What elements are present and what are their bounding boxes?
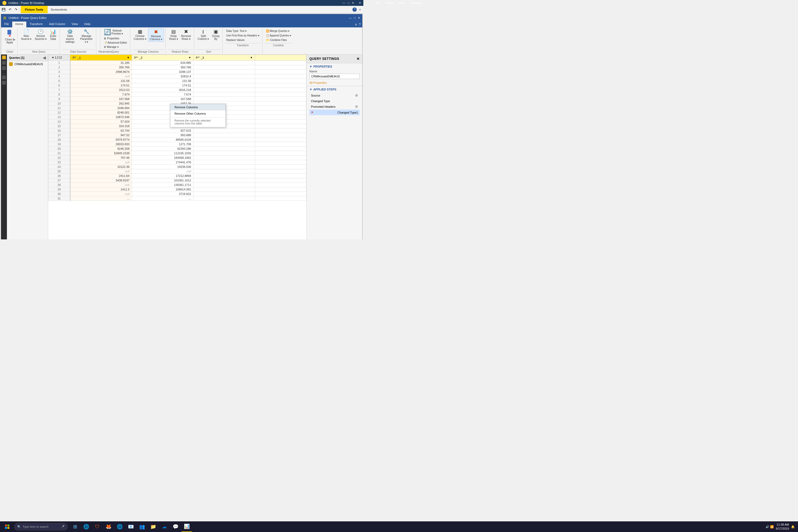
recent-sources-btn[interactable]: 🕐 RecentSources ▾ bbox=[33, 28, 48, 41]
inner-win-controls[interactable]: — □ ✕ bbox=[349, 16, 360, 20]
step-changed-type1[interactable]: ✕ Changed Type1 bbox=[309, 110, 360, 115]
keep-rows-btn[interactable]: ▤ KeepRows ▾ bbox=[168, 28, 179, 41]
refresh-preview-btn[interactable]: 🔄 RefreshPreview ▾ bbox=[102, 28, 129, 36]
outer-win-controls[interactable]: — □ ✕ ✕ bbox=[342, 1, 361, 5]
group-combine: 🔀 Merge Queries ▾ 📋 Append Queries ▾ 📁 C… bbox=[263, 28, 294, 54]
data-cell: 32810.4 bbox=[132, 74, 193, 79]
col-filter-btn-1[interactable]: ▼ bbox=[127, 56, 130, 59]
maximize-btn[interactable]: □ bbox=[348, 1, 349, 5]
split-column-btn[interactable]: ⫿ SplitColumn ▾ bbox=[196, 28, 210, 41]
choose-columns-btn[interactable]: ▦ ChooseColumns ▾ bbox=[132, 28, 148, 41]
data-cell: 174.51 bbox=[70, 83, 132, 88]
ribbon-collapse-btn[interactable]: ∧ bbox=[355, 23, 357, 26]
minimize-btn[interactable]: — bbox=[342, 1, 345, 5]
inner-maximize-btn[interactable]: □ bbox=[354, 16, 356, 20]
tab-transform[interactable]: Transform bbox=[26, 22, 46, 27]
sidebar-icon-3[interactable] bbox=[2, 81, 6, 84]
help-btn[interactable]: ? bbox=[353, 7, 357, 12]
close-apply-dropdown[interactable]: ▾ bbox=[14, 39, 15, 41]
applied-steps-section: ▼ APPLIED STEPS Source ⚙ Changed Type Pr… bbox=[307, 86, 362, 240]
data-source-settings-btn[interactable]: ⚙️ Data sourcesettings bbox=[62, 28, 78, 44]
data-cell bbox=[193, 169, 255, 174]
filter-icon[interactable]: ▼ bbox=[52, 56, 54, 59]
properties-btn[interactable]: 🗎 Properties bbox=[102, 36, 129, 40]
remove-columns-btn[interactable]: ✖ RemoveColumns ▾ bbox=[148, 28, 164, 42]
row-num-cell: 6 bbox=[49, 83, 70, 88]
steps-list: Source ⚙ Changed Type Promoted Headers ⚙… bbox=[309, 93, 360, 115]
close-btn[interactable]: ✕ bbox=[352, 1, 354, 5]
inner-title-bar: ⊞ Untitled - Power Query Editor — □ ✕ bbox=[1, 14, 362, 22]
group-by-btn[interactable]: ▣ GroupBy bbox=[211, 28, 221, 41]
tab-file[interactable]: File bbox=[1, 22, 12, 27]
redo-icon[interactable]: ↷ bbox=[13, 7, 19, 13]
step-promoted-headers[interactable]: Promoted Headers ⚙ bbox=[309, 104, 360, 110]
data-cell bbox=[255, 133, 306, 137]
advanced-editor-btn[interactable]: 📝 Advanced Editor bbox=[102, 41, 129, 45]
group-query: 🔄 RefreshPreview ▾ 🗎 Properties 📝 Advanc… bbox=[101, 28, 130, 54]
secondary-close-btn[interactable]: ✕ bbox=[359, 1, 361, 5]
step-source-gear[interactable]: ⚙ bbox=[355, 94, 358, 97]
menu-item-remove-columns[interactable]: Remove Columns bbox=[170, 104, 226, 110]
enter-data-btn[interactable]: 📊 EnterData bbox=[49, 28, 58, 41]
step-promoted-headers-label: Promoted Headers bbox=[311, 105, 336, 108]
inner-close-btn[interactable]: ✕ bbox=[358, 16, 360, 20]
data-type-btn[interactable]: Data Type: Text ▾ bbox=[225, 29, 261, 33]
step-promoted-headers-gear[interactable]: ⚙ bbox=[355, 105, 358, 109]
col-filter-btn-3[interactable]: ▼ bbox=[250, 56, 253, 59]
queries-collapse-btn[interactable]: ◀ bbox=[43, 56, 46, 60]
merge-queries-btn[interactable]: 🔀 Merge Queries ▾ bbox=[265, 29, 292, 33]
undo-icon[interactable]: ↶ bbox=[7, 7, 13, 13]
all-properties-link[interactable]: All Properties bbox=[309, 81, 360, 84]
data-cell bbox=[255, 129, 306, 133]
use-first-row-btn[interactable]: Use First Row as Headers ▾ bbox=[225, 34, 261, 38]
data-cell bbox=[255, 192, 306, 196]
row-num-cell: 1 bbox=[49, 61, 70, 65]
query-settings-close-btn[interactable]: ✕ bbox=[357, 57, 360, 61]
ribbon-help-btn[interactable]: ? bbox=[359, 23, 361, 26]
sidebar-report-icon[interactable] bbox=[2, 56, 6, 59]
combine-files-btn[interactable]: 📁 Combine Files bbox=[265, 38, 292, 42]
tab-help[interactable]: Help bbox=[81, 22, 94, 27]
close-apply-btn[interactable]: ✕ Close &Apply ▾ bbox=[4, 28, 16, 45]
manage-parameters-label: ManageParameters ▾ bbox=[80, 35, 93, 43]
remove-columns-label: RemoveColumns ▾ bbox=[150, 35, 162, 41]
step-changed-type[interactable]: Changed Type bbox=[309, 98, 360, 104]
manage-parameters-btn[interactable]: 🔧 ManageParameters ▾ bbox=[78, 28, 94, 44]
manage-btn[interactable]: ⚙ Manage ▾ bbox=[102, 45, 129, 49]
data-cell bbox=[193, 187, 255, 192]
sidebar-data-icon[interactable] bbox=[2, 61, 6, 65]
col-filter-btn-2[interactable]: ▼ bbox=[189, 56, 191, 59]
data-cell: 10872.546 bbox=[70, 115, 132, 119]
new-source-btn[interactable]: 📄 NewSource ▾ bbox=[20, 28, 33, 41]
picture-tools-tab[interactable]: Picture Tools bbox=[21, 6, 48, 13]
tab-home[interactable]: Home bbox=[12, 22, 26, 27]
append-queries-btn[interactable]: 📋 Append Queries ▾ bbox=[265, 34, 292, 38]
query-item-crmactuals[interactable]: CRMActualsEMEAUS bbox=[7, 61, 48, 67]
sidebar-model-icon[interactable] bbox=[2, 66, 6, 70]
inner-minimize-btn[interactable]: — bbox=[349, 16, 352, 20]
collapse-ribbon-btn[interactable]: ∧ bbox=[359, 8, 361, 12]
data-cell bbox=[193, 137, 255, 142]
steps-title-label: APPLIED STEPS bbox=[314, 88, 337, 91]
data-cell bbox=[255, 156, 306, 160]
grid-container[interactable]: ▼ 1.2 12 Aᵇᶜ _1 ▼ bbox=[48, 55, 306, 240]
replace-values-btn[interactable]: Replace Values bbox=[225, 38, 261, 42]
row-num-cell: 19 bbox=[49, 142, 70, 147]
step-source[interactable]: Source ⚙ bbox=[309, 93, 360, 98]
sidebar-icon-2[interactable] bbox=[2, 76, 6, 79]
group-manage-columns: ▦ ChooseColumns ▾ ✖ RemoveColumns ▾ Mana… bbox=[131, 28, 166, 54]
save-icon[interactable]: 💾 bbox=[0, 7, 7, 13]
data-cell: 130361.1711 bbox=[132, 183, 193, 187]
data-cell bbox=[193, 183, 255, 187]
data-cell: 28033.833 bbox=[70, 142, 132, 147]
data-cell bbox=[255, 70, 306, 74]
new-query-group-label: New Query bbox=[20, 50, 58, 53]
name-input[interactable] bbox=[309, 74, 360, 79]
menu-item-remove-other-columns[interactable]: Remove Other Columns bbox=[170, 110, 226, 117]
data-cell: 31.185 bbox=[70, 61, 132, 65]
tab-add-column[interactable]: Add Column bbox=[46, 22, 69, 27]
screenshots-tab[interactable]: Screenshots bbox=[48, 6, 70, 13]
row-num-cell: 31 bbox=[49, 196, 70, 201]
remove-rows-btn[interactable]: ✖ RemoveRows ▾ bbox=[180, 28, 192, 41]
tab-view[interactable]: View bbox=[68, 22, 81, 27]
